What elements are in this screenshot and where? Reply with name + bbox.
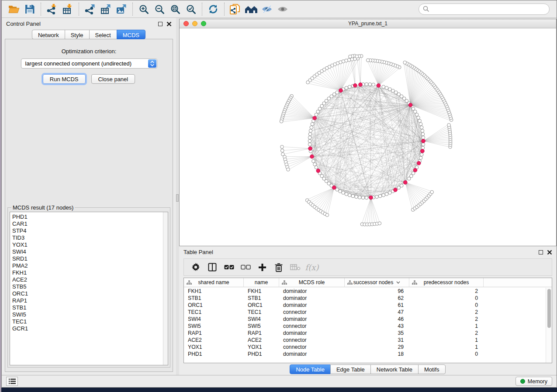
network-node[interactable] — [355, 55, 359, 58]
cell-name[interactable]: TEC1 — [244, 309, 279, 315]
mcds-node[interactable] — [408, 103, 412, 107]
mcds-list-item[interactable]: FKH1 — [12, 269, 162, 276]
cell-successor_nodes[interactable]: 46 — [345, 316, 409, 322]
tab-style[interactable]: Style — [65, 30, 90, 39]
network-node[interactable] — [385, 193, 388, 196]
tab-mcds[interactable]: MCDS — [117, 30, 145, 39]
network-node[interactable] — [351, 194, 355, 198]
network-node[interactable] — [403, 61, 407, 64]
cell-shared_name[interactable]: STB1 — [184, 295, 244, 301]
network-node[interactable] — [312, 159, 315, 163]
network-node[interactable] — [422, 143, 425, 146]
cell-successor_nodes[interactable]: 47 — [345, 309, 409, 315]
select-all-button[interactable] — [221, 260, 237, 275]
network-node[interactable] — [372, 83, 375, 86]
cell-successor_nodes[interactable]: 62 — [345, 295, 409, 301]
zoom-in-button[interactable] — [136, 2, 152, 16]
mcds-node[interactable] — [369, 196, 373, 199]
delete-selected-button[interactable] — [270, 260, 287, 275]
mcds-node[interactable] — [422, 139, 426, 143]
cell-mcds_role[interactable]: connector — [279, 344, 345, 350]
close-window-icon[interactable] — [183, 21, 189, 26]
open-file-button[interactable] — [6, 2, 22, 16]
cell-mcds_role[interactable]: dominator — [279, 330, 345, 336]
mcds-node[interactable] — [313, 116, 317, 120]
cell-shared_name[interactable]: SWI4 — [184, 316, 244, 322]
mcds-list-item[interactable]: GCR1 — [12, 325, 162, 332]
cell-mcds_role[interactable]: dominator — [279, 295, 345, 301]
hide-selected-button[interactable] — [259, 2, 275, 16]
network-node[interactable] — [345, 86, 348, 90]
cell-predecessor_nodes[interactable]: 2 — [409, 330, 484, 336]
cell-mcds_role[interactable]: connector — [279, 309, 345, 315]
network-node[interactable] — [382, 193, 385, 197]
minimize-window-icon[interactable] — [192, 21, 197, 26]
first-neighbors-button[interactable] — [243, 2, 259, 16]
network-node[interactable] — [419, 123, 422, 126]
column-header-name[interactable]: name — [244, 278, 279, 287]
cell-predecessor_nodes[interactable]: 1 — [409, 344, 484, 350]
network-node[interactable] — [417, 116, 420, 120]
zoom-selected-button[interactable] — [183, 2, 199, 16]
network-node[interactable] — [342, 191, 345, 195]
close-panel-icon[interactable] — [166, 21, 172, 27]
tab-network-table[interactable]: Network Table — [370, 364, 419, 374]
close-panel-icon[interactable] — [547, 250, 552, 255]
mcds-list-item[interactable]: STP4 — [12, 227, 162, 234]
column-header-MCDS-role[interactable]: MCDS role — [279, 278, 345, 287]
table-row[interactable]: ACE2ACE2connector311 — [184, 337, 546, 344]
mcds-node[interactable] — [353, 83, 357, 87]
list-scrollbar-track[interactable] — [163, 212, 168, 365]
cell-mcds_role[interactable]: dominator — [279, 288, 345, 294]
mcds-node[interactable] — [310, 155, 314, 158]
network-node[interactable] — [385, 86, 388, 90]
cell-name[interactable]: YOX1 — [244, 344, 279, 350]
network-node[interactable] — [388, 191, 392, 195]
network-node[interactable] — [368, 83, 372, 86]
memory-button[interactable]: Memory — [515, 377, 552, 386]
toggle-views-button[interactable] — [204, 260, 221, 275]
search-input[interactable] — [429, 5, 545, 13]
mcds-list-item[interactable]: YOX1 — [12, 241, 162, 248]
cell-predecessor_nodes[interactable]: 1 — [409, 337, 484, 343]
network-graph[interactable] — [180, 28, 556, 246]
network-node[interactable] — [421, 133, 425, 136]
network-node[interactable] — [345, 193, 348, 196]
cell-successor_nodes[interactable]: 96 — [345, 288, 409, 294]
network-node[interactable] — [366, 58, 370, 62]
zoom-fit-button[interactable] — [167, 2, 183, 16]
cell-name[interactable]: SWI5 — [244, 323, 279, 329]
network-node[interactable] — [308, 133, 312, 136]
show-all-button[interactable] — [275, 2, 291, 16]
panel-splitter[interactable] — [176, 18, 179, 375]
refresh-button[interactable] — [205, 2, 221, 16]
mcds-list-item[interactable]: CAR1 — [12, 220, 162, 227]
float-panel-icon[interactable] — [158, 22, 163, 26]
mcds-list-item[interactable]: ACE2 — [12, 276, 162, 283]
cell-shared_name[interactable]: SWI5 — [184, 323, 244, 329]
network-node[interactable] — [421, 129, 424, 133]
zoom-out-button[interactable] — [152, 2, 167, 16]
table-row[interactable]: STB1STB1dominator620 — [184, 295, 546, 302]
cell-predecessor_nodes[interactable]: 2 — [409, 309, 484, 315]
tab-motifs[interactable]: Motifs — [418, 364, 446, 374]
table-row[interactable]: RAP1RAP1dominator352 — [184, 330, 546, 337]
mcds-list-item[interactable]: ORC1 — [12, 290, 162, 297]
table-row[interactable]: FKH1FKH1dominator962 — [184, 288, 546, 295]
cell-successor_nodes[interactable]: 43 — [345, 323, 409, 329]
network-node[interactable] — [309, 129, 312, 133]
task-history-button[interactable] — [6, 377, 18, 386]
tab-select[interactable]: Select — [89, 30, 117, 39]
network-node[interactable] — [412, 107, 415, 110]
table-row[interactable]: SWI5SWI5connector431 — [184, 323, 546, 330]
export-image-button[interactable] — [114, 2, 129, 16]
network-node[interactable] — [361, 196, 365, 199]
network-node[interactable] — [325, 213, 329, 217]
network-node[interactable] — [280, 120, 283, 123]
network-node[interactable] — [447, 124, 451, 127]
mcds-node[interactable] — [339, 89, 343, 93]
network-node[interactable] — [394, 91, 398, 94]
mcds-node[interactable] — [316, 169, 320, 173]
network-node[interactable] — [420, 126, 423, 129]
mcds-list-item[interactable]: TID3 — [12, 234, 162, 241]
